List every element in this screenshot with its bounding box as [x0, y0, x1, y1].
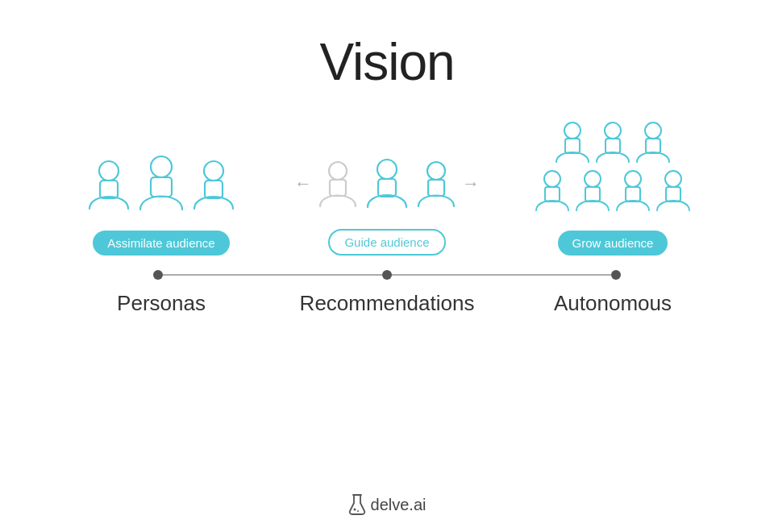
auto-p2: [594, 119, 631, 166]
arrow-left-icon: ←: [294, 175, 312, 193]
svg-point-18: [544, 171, 560, 187]
column-personas: Assimilate audience: [48, 118, 274, 256]
auto-p7: [655, 168, 692, 214]
autonomous-icon-area: [534, 118, 692, 214]
label-recommendations: Recommendations: [274, 291, 500, 316]
recommendations-badge: Guide audience: [328, 229, 445, 256]
recommendations-figures: ←: [294, 155, 480, 213]
svg-point-27: [353, 509, 356, 511]
content-area: Assimilate audience ←: [0, 116, 774, 493]
svg-rect-3: [151, 177, 172, 197]
svg-rect-11: [428, 180, 444, 196]
svg-point-22: [625, 171, 641, 187]
arrow-right-icon: →: [462, 175, 480, 193]
autonomous-figures: [534, 119, 692, 214]
timeline-dot-1: [153, 270, 163, 280]
auto-p4: [534, 168, 571, 214]
column-recommendations: ←: [274, 116, 500, 256]
timeline: [40, 270, 734, 280]
persona-person-2: [135, 152, 187, 214]
label-autonomous: Autonomous: [500, 291, 726, 316]
personas-badge: Assimilate audience: [93, 231, 229, 256]
footer-logo: delve.ai: [348, 493, 427, 516]
footer: delve.ai: [348, 493, 427, 516]
svg-point-14: [605, 123, 621, 139]
persona-person-1: [85, 156, 132, 214]
svg-rect-7: [330, 180, 346, 196]
timeline-dot-2: [382, 270, 392, 280]
svg-point-12: [564, 123, 580, 139]
labels-row: Personas Recommendations Autonomous: [40, 291, 734, 316]
personas-icon-area: [85, 118, 237, 214]
autonomous-top-row: [554, 119, 672, 166]
page-title: Vision: [319, 32, 454, 92]
auto-p1: [554, 119, 591, 166]
svg-rect-23: [626, 187, 640, 202]
personas-figures: [85, 152, 237, 214]
auto-p5: [574, 168, 611, 214]
timeline-dot-3: [611, 270, 621, 280]
svg-rect-15: [605, 139, 620, 153]
rec-person-gray: [317, 158, 359, 210]
svg-rect-19: [545, 187, 560, 202]
svg-point-16: [645, 123, 661, 139]
svg-point-24: [665, 171, 681, 187]
timeline-line-1: [163, 274, 382, 276]
columns-row: Assimilate audience ←: [40, 116, 734, 256]
svg-point-10: [427, 162, 445, 180]
svg-rect-5: [205, 181, 223, 198]
column-autonomous: Grow audience: [500, 118, 726, 256]
svg-point-8: [377, 160, 397, 179]
recommendations-icon-area: ←: [294, 116, 480, 213]
autonomous-badge: Grow audience: [558, 231, 668, 256]
svg-rect-13: [565, 139, 580, 153]
svg-point-0: [99, 161, 119, 181]
svg-point-20: [585, 171, 601, 187]
svg-point-28: [357, 510, 359, 512]
svg-rect-17: [646, 139, 660, 153]
rec-person-teal: [364, 155, 410, 213]
auto-p3: [635, 119, 672, 166]
label-personas: Personas: [48, 291, 274, 316]
brand-text: delve.ai: [371, 496, 427, 514]
svg-point-4: [204, 161, 223, 181]
persona-person-3: [190, 156, 237, 214]
auto-p6: [614, 168, 651, 214]
svg-point-6: [329, 162, 347, 180]
svg-point-2: [151, 156, 172, 177]
rec-person-teal-2: [415, 158, 457, 210]
svg-rect-25: [666, 187, 680, 202]
svg-rect-9: [378, 179, 396, 197]
svg-rect-1: [100, 181, 118, 198]
flask-icon: [348, 493, 366, 516]
timeline-line-2: [392, 274, 611, 276]
svg-rect-21: [585, 187, 600, 202]
autonomous-bottom-row: [534, 168, 692, 214]
